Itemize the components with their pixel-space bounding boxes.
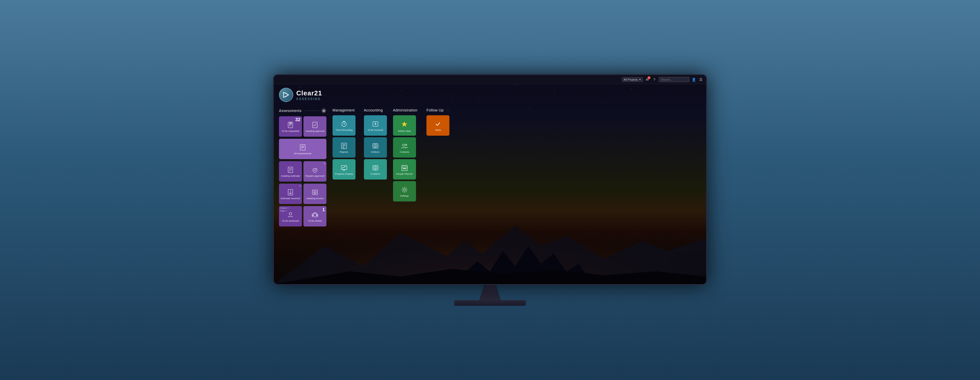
- contacts-label: Contacts: [400, 150, 409, 153]
- svg-text:$: $: [375, 122, 376, 125]
- reports-icon: [340, 142, 348, 149]
- tile-debtors[interactable]: $ Debtors: [364, 137, 387, 158]
- section-management-title: Management: [332, 108, 355, 112]
- svg-point-54: [404, 189, 406, 191]
- taskbar: All Projects ▼ ✉ 1 ? 👤 ☰: [274, 75, 706, 84]
- help-icon[interactable]: ?: [652, 77, 657, 82]
- section-management-header: Management: [332, 108, 358, 112]
- mail-icon[interactable]: ✉ 1: [644, 77, 650, 82]
- to-be-requested-label: To be requested: [282, 130, 299, 132]
- progress-display-icon: [340, 164, 348, 171]
- tile-to-be-assessed[interactable]: Original: 1Gapp: 1 To be assessed: [279, 206, 302, 226]
- tile-time-recording[interactable]: Time Recording: [332, 115, 355, 136]
- to-be-assessed-icon: [287, 211, 294, 218]
- tasks-label: Tasks: [435, 128, 441, 131]
- to-be-assessed-subcount: Original: 1Gapp: 1: [280, 207, 289, 212]
- whats-new-label: What's New: [398, 130, 411, 132]
- tile-to-be-invoiced[interactable]: $ To be invoiced: [364, 115, 387, 136]
- notification-badge: 1: [648, 76, 651, 79]
- estimate-received-icon: [287, 189, 294, 196]
- tile-whats-new[interactable]: ★ What's New: [393, 115, 416, 136]
- time-recording-icon: [340, 120, 348, 128]
- app-header: Clear21 ASSESSING: [274, 84, 706, 106]
- tile-awaiting-approval[interactable]: Awaiting approval: [304, 116, 326, 137]
- creditors-label: Creditors: [370, 173, 380, 175]
- section-follow-up: Follow Up Tasks: [426, 108, 449, 226]
- all-assessments-icon: [299, 144, 306, 151]
- tasks-icon: [434, 120, 442, 128]
- settings-icon: [401, 186, 408, 193]
- awaiting-estimate-icon: [287, 166, 294, 173]
- svg-point-51: [403, 168, 404, 169]
- section-follow-up-divider: [447, 110, 449, 111]
- accounting-tiles: $ To be invoiced $ Debtors: [364, 115, 387, 179]
- section-assessments-title: Assessments: [279, 109, 302, 113]
- tile-repairs-approved[interactable]: 2 Repairs approved: [304, 161, 326, 182]
- svg-point-26: [316, 215, 317, 216]
- tile-people-planner[interactable]: People Planner: [393, 159, 416, 179]
- follow-up-tiles: Tasks: [426, 115, 449, 136]
- svg-point-52: [404, 168, 405, 169]
- tile-all-assessments[interactable]: All assessments: [279, 139, 326, 159]
- section-management: Management Time Recording: [332, 108, 358, 226]
- tile-contacts[interactable]: Contacts: [393, 137, 416, 158]
- svg-point-23: [289, 212, 292, 215]
- assessments-row1b: All assessments: [279, 139, 326, 159]
- assessments-row2: Awaiting estimate 2 Repairs approved: [279, 161, 326, 182]
- awaiting-invoice-icon: $: [311, 189, 318, 196]
- section-accounting-divider: [386, 110, 387, 111]
- people-planner-icon: [401, 164, 408, 171]
- reports-label: Reports: [340, 150, 348, 153]
- settings-label: Settings: [400, 194, 409, 197]
- contacts-icon: [401, 142, 408, 149]
- assessments-row3: 2 Estimate received: [279, 184, 326, 204]
- estimate-received-label: Estimate received: [281, 197, 300, 200]
- tile-awaiting-invoice[interactable]: $ Awaiting invoice: [304, 184, 326, 204]
- time-recording-label: Time Recording: [336, 128, 353, 131]
- section-accounting-header: Accounting: [364, 108, 387, 112]
- tile-tasks[interactable]: Tasks: [426, 115, 449, 136]
- app-name: Clear21: [296, 89, 322, 97]
- section-accounting-title: Accounting: [364, 108, 383, 112]
- awaiting-approval-label: Awaiting approval: [305, 130, 325, 132]
- tile-to-be-requested[interactable]: 32 32 To be requested: [279, 116, 302, 137]
- tile-reports[interactable]: Reports: [332, 137, 355, 158]
- section-administration: Administration ★ What's New: [393, 108, 421, 226]
- administration-tiles: ★ What's New Contacts: [393, 115, 421, 201]
- menu-icon[interactable]: ☰: [698, 77, 703, 82]
- section-assessments-header: Assessments ⊕: [279, 108, 326, 113]
- tile-settings[interactable]: Settings: [393, 181, 416, 201]
- svg-text:32: 32: [289, 122, 292, 125]
- tile-creditors[interactable]: $ Creditors: [364, 159, 387, 179]
- assessments-row4: Original: 1Gapp: 1 To be assessed 1: [279, 206, 326, 226]
- repairs-approved-label: Repairs approved: [305, 174, 325, 177]
- tile-estimate-received[interactable]: 2 Estimate received: [279, 184, 302, 204]
- logo-circle: [279, 88, 293, 102]
- monitor-wrapper: All Projects ▼ ✉ 1 ? 👤 ☰: [273, 74, 707, 306]
- monitor-screen: All Projects ▼ ✉ 1 ? 👤 ☰: [274, 75, 706, 284]
- people-planner-label: People Planner: [396, 173, 413, 175]
- to-be-requested-icon: 32: [287, 121, 294, 128]
- to-be-invoiced-label: To be invoiced: [368, 128, 383, 131]
- whats-new-star-icon: ★: [401, 120, 408, 128]
- svg-point-25: [313, 215, 313, 216]
- tile-awaiting-estimate[interactable]: Awaiting estimate: [279, 161, 302, 182]
- progress-display-label: Progress Display: [335, 173, 353, 175]
- search-input[interactable]: [659, 77, 689, 82]
- user-icon[interactable]: 👤: [691, 77, 697, 82]
- awaiting-approval-icon: [311, 121, 318, 128]
- svg-point-45: [402, 144, 404, 146]
- to-be-invoiced-icon: $: [372, 120, 379, 128]
- section-administration-title: Administration: [393, 108, 417, 112]
- creditors-icon: $: [372, 164, 379, 171]
- projects-dropdown[interactable]: All Projects ▼: [622, 77, 643, 82]
- sections-container: Assessments ⊕: [274, 106, 706, 229]
- tile-to-be-closed[interactable]: 1 To be closed: [304, 206, 326, 226]
- to-be-closed-label: To be closed: [308, 219, 321, 222]
- chevron-down-icon: ▼: [639, 78, 641, 81]
- tile-progress-display[interactable]: Progress Display: [332, 159, 355, 179]
- dropdown-label: All Projects: [624, 78, 638, 81]
- to-be-closed-icon: [311, 211, 318, 218]
- section-add-button[interactable]: ⊕: [321, 108, 326, 113]
- to-be-closed-count: 1: [322, 207, 325, 212]
